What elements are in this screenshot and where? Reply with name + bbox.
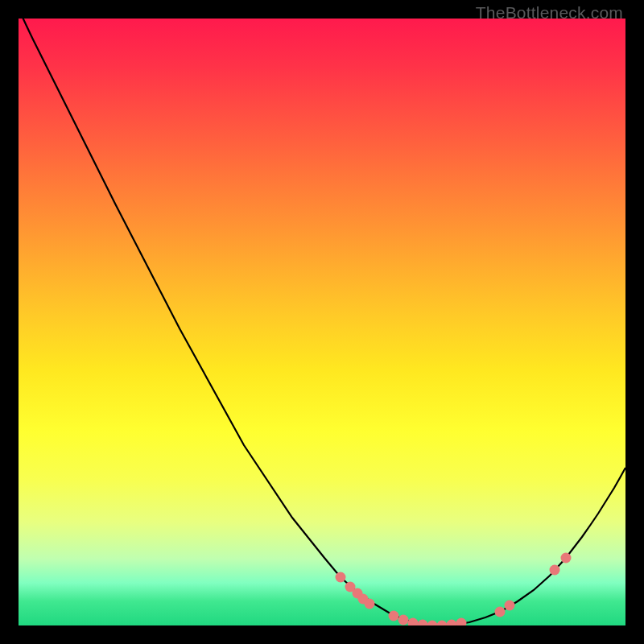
watermark-text: TheBottleneck.com: [476, 3, 623, 23]
chart-frame: TheBottleneck.com: [0, 0, 644, 644]
gradient-plot-area: [19, 19, 625, 625]
